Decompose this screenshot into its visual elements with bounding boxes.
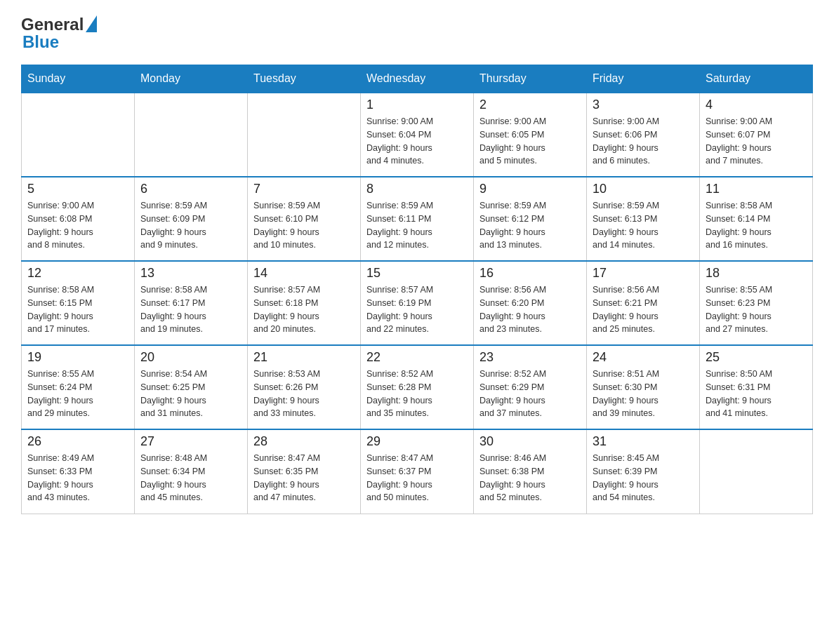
day-number: 12 bbox=[27, 266, 128, 281]
calendar-day-9: 9Sunrise: 8:59 AM Sunset: 6:12 PM Daylig… bbox=[474, 177, 587, 261]
logo-general-text: General bbox=[21, 15, 84, 34]
day-number: 25 bbox=[706, 350, 807, 365]
day-info: Sunrise: 8:56 AM Sunset: 6:20 PM Dayligh… bbox=[479, 283, 581, 336]
calendar-day-31: 31Sunrise: 8:45 AM Sunset: 6:39 PM Dayli… bbox=[587, 429, 700, 514]
day-number: 26 bbox=[27, 434, 128, 449]
calendar-table: SundayMondayTuesdayWednesdayThursdayFrid… bbox=[21, 65, 813, 514]
day-number: 9 bbox=[479, 182, 581, 196]
calendar-day-16: 16Sunrise: 8:56 AM Sunset: 6:20 PM Dayli… bbox=[474, 261, 587, 345]
calendar-week-5: 26Sunrise: 8:49 AM Sunset: 6:33 PM Dayli… bbox=[22, 429, 813, 514]
day-info: Sunrise: 8:56 AM Sunset: 6:21 PM Dayligh… bbox=[593, 283, 694, 336]
calendar-day-1: 1Sunrise: 9:00 AM Sunset: 6:04 PM Daylig… bbox=[361, 93, 474, 177]
calendar-day-22: 22Sunrise: 8:52 AM Sunset: 6:28 PM Dayli… bbox=[361, 345, 474, 429]
day-info: Sunrise: 8:55 AM Sunset: 6:24 PM Dayligh… bbox=[27, 368, 128, 420]
calendar-day-27: 27Sunrise: 8:48 AM Sunset: 6:34 PM Dayli… bbox=[135, 429, 248, 514]
day-number: 23 bbox=[479, 350, 581, 365]
calendar-week-3: 12Sunrise: 8:58 AM Sunset: 6:15 PM Dayli… bbox=[22, 261, 813, 345]
calendar-week-4: 19Sunrise: 8:55 AM Sunset: 6:24 PM Dayli… bbox=[22, 345, 813, 429]
day-info: Sunrise: 8:46 AM Sunset: 6:38 PM Dayligh… bbox=[479, 452, 581, 504]
calendar-empty-cell bbox=[248, 93, 361, 177]
day-info: Sunrise: 8:45 AM Sunset: 6:39 PM Dayligh… bbox=[593, 452, 694, 504]
day-info: Sunrise: 8:57 AM Sunset: 6:18 PM Dayligh… bbox=[253, 283, 355, 336]
calendar-day-25: 25Sunrise: 8:50 AM Sunset: 6:31 PM Dayli… bbox=[700, 345, 813, 429]
calendar-day-17: 17Sunrise: 8:56 AM Sunset: 6:21 PM Dayli… bbox=[587, 261, 700, 345]
day-info: Sunrise: 8:52 AM Sunset: 6:29 PM Dayligh… bbox=[479, 368, 581, 420]
day-number: 6 bbox=[140, 182, 241, 196]
day-number: 28 bbox=[253, 434, 355, 449]
day-info: Sunrise: 8:53 AM Sunset: 6:26 PM Dayligh… bbox=[253, 368, 355, 420]
day-info: Sunrise: 8:48 AM Sunset: 6:34 PM Dayligh… bbox=[140, 452, 241, 504]
calendar-day-23: 23Sunrise: 8:52 AM Sunset: 6:29 PM Dayli… bbox=[474, 345, 587, 429]
day-number: 21 bbox=[253, 350, 355, 365]
day-number: 16 bbox=[479, 266, 581, 281]
header-monday: Monday bbox=[135, 65, 248, 93]
calendar-day-26: 26Sunrise: 8:49 AM Sunset: 6:33 PM Dayli… bbox=[22, 429, 135, 514]
calendar-week-2: 5Sunrise: 9:00 AM Sunset: 6:08 PM Daylig… bbox=[22, 177, 813, 261]
day-number: 14 bbox=[253, 266, 355, 281]
day-number: 20 bbox=[140, 350, 241, 365]
calendar-day-6: 6Sunrise: 8:59 AM Sunset: 6:09 PM Daylig… bbox=[135, 177, 248, 261]
day-number: 3 bbox=[593, 98, 694, 112]
day-number: 30 bbox=[479, 434, 581, 449]
day-info: Sunrise: 8:47 AM Sunset: 6:37 PM Dayligh… bbox=[366, 452, 468, 504]
calendar-day-10: 10Sunrise: 8:59 AM Sunset: 6:13 PM Dayli… bbox=[587, 177, 700, 261]
logo-blue-text: Blue bbox=[22, 32, 97, 52]
day-info: Sunrise: 8:52 AM Sunset: 6:28 PM Dayligh… bbox=[366, 368, 468, 420]
day-number: 19 bbox=[27, 350, 128, 365]
calendar-day-18: 18Sunrise: 8:55 AM Sunset: 6:23 PM Dayli… bbox=[700, 261, 813, 345]
day-info: Sunrise: 8:55 AM Sunset: 6:23 PM Dayligh… bbox=[706, 283, 807, 336]
day-number: 13 bbox=[140, 266, 241, 281]
header-friday: Friday bbox=[587, 65, 700, 93]
day-number: 17 bbox=[593, 266, 694, 281]
day-number: 18 bbox=[706, 266, 807, 281]
calendar-header-row: SundayMondayTuesdayWednesdayThursdayFrid… bbox=[22, 65, 813, 93]
day-info: Sunrise: 8:51 AM Sunset: 6:30 PM Dayligh… bbox=[593, 368, 694, 420]
day-info: Sunrise: 8:59 AM Sunset: 6:12 PM Dayligh… bbox=[479, 199, 581, 252]
day-number: 24 bbox=[593, 350, 694, 365]
day-info: Sunrise: 8:47 AM Sunset: 6:35 PM Dayligh… bbox=[253, 452, 355, 504]
calendar-day-3: 3Sunrise: 9:00 AM Sunset: 6:06 PM Daylig… bbox=[587, 93, 700, 177]
day-info: Sunrise: 8:58 AM Sunset: 6:15 PM Dayligh… bbox=[27, 283, 128, 336]
day-number: 5 bbox=[27, 182, 128, 196]
logo: General Blue bbox=[21, 14, 97, 52]
header-tuesday: Tuesday bbox=[248, 65, 361, 93]
day-info: Sunrise: 8:59 AM Sunset: 6:11 PM Dayligh… bbox=[366, 199, 468, 252]
calendar-day-21: 21Sunrise: 8:53 AM Sunset: 6:26 PM Dayli… bbox=[248, 345, 361, 429]
day-info: Sunrise: 8:59 AM Sunset: 6:13 PM Dayligh… bbox=[593, 199, 694, 252]
calendar-day-4: 4Sunrise: 9:00 AM Sunset: 6:07 PM Daylig… bbox=[700, 93, 813, 177]
calendar-day-12: 12Sunrise: 8:58 AM Sunset: 6:15 PM Dayli… bbox=[22, 261, 135, 345]
day-info: Sunrise: 8:57 AM Sunset: 6:19 PM Dayligh… bbox=[366, 283, 468, 336]
header-saturday: Saturday bbox=[700, 65, 813, 93]
page-header: General Blue bbox=[21, 14, 813, 52]
calendar-day-13: 13Sunrise: 8:58 AM Sunset: 6:17 PM Dayli… bbox=[135, 261, 248, 345]
day-info: Sunrise: 8:58 AM Sunset: 6:17 PM Dayligh… bbox=[140, 283, 241, 336]
calendar-empty-cell bbox=[22, 93, 135, 177]
day-number: 8 bbox=[366, 182, 468, 196]
day-info: Sunrise: 8:59 AM Sunset: 6:09 PM Dayligh… bbox=[140, 199, 241, 252]
calendar-day-30: 30Sunrise: 8:46 AM Sunset: 6:38 PM Dayli… bbox=[474, 429, 587, 514]
calendar-day-7: 7Sunrise: 8:59 AM Sunset: 6:10 PM Daylig… bbox=[248, 177, 361, 261]
day-info: Sunrise: 8:59 AM Sunset: 6:10 PM Dayligh… bbox=[253, 199, 355, 252]
day-info: Sunrise: 9:00 AM Sunset: 6:07 PM Dayligh… bbox=[706, 115, 807, 168]
day-number: 10 bbox=[593, 182, 694, 196]
header-wednesday: Wednesday bbox=[361, 65, 474, 93]
calendar-day-11: 11Sunrise: 8:58 AM Sunset: 6:14 PM Dayli… bbox=[700, 177, 813, 261]
day-info: Sunrise: 8:49 AM Sunset: 6:33 PM Dayligh… bbox=[27, 452, 128, 504]
day-info: Sunrise: 8:58 AM Sunset: 6:14 PM Dayligh… bbox=[706, 199, 807, 252]
day-number: 15 bbox=[366, 266, 468, 281]
day-number: 31 bbox=[593, 434, 694, 449]
day-number: 7 bbox=[253, 182, 355, 196]
day-info: Sunrise: 9:00 AM Sunset: 6:04 PM Dayligh… bbox=[366, 115, 468, 168]
calendar-day-2: 2Sunrise: 9:00 AM Sunset: 6:05 PM Daylig… bbox=[474, 93, 587, 177]
day-number: 11 bbox=[706, 182, 807, 196]
day-info: Sunrise: 9:00 AM Sunset: 6:05 PM Dayligh… bbox=[479, 115, 581, 168]
calendar-day-29: 29Sunrise: 8:47 AM Sunset: 6:37 PM Dayli… bbox=[361, 429, 474, 514]
svg-marker-0 bbox=[86, 15, 97, 32]
day-number: 22 bbox=[366, 350, 468, 365]
day-number: 2 bbox=[479, 98, 581, 112]
calendar-day-24: 24Sunrise: 8:51 AM Sunset: 6:30 PM Dayli… bbox=[587, 345, 700, 429]
day-number: 1 bbox=[366, 98, 468, 112]
calendar-week-1: 1Sunrise: 9:00 AM Sunset: 6:04 PM Daylig… bbox=[22, 93, 813, 177]
day-info: Sunrise: 8:50 AM Sunset: 6:31 PM Dayligh… bbox=[706, 368, 807, 420]
day-info: Sunrise: 9:00 AM Sunset: 6:08 PM Dayligh… bbox=[27, 199, 128, 252]
